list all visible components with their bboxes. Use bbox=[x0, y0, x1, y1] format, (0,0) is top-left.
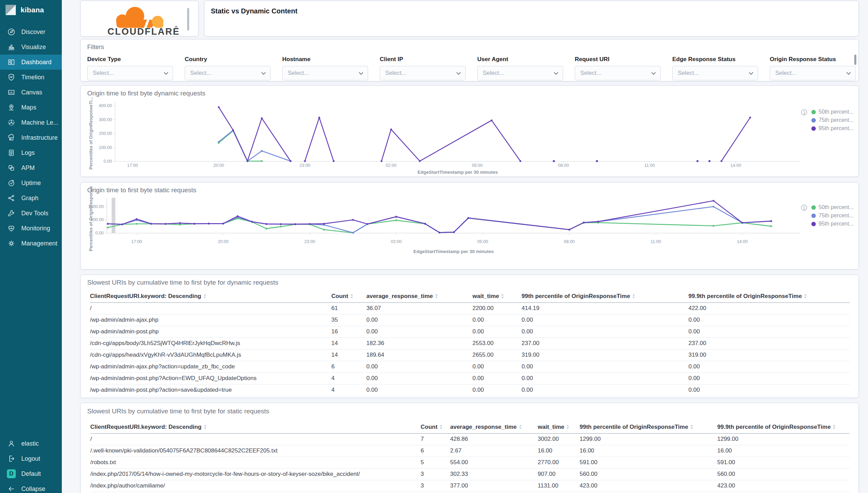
column-header-average-response-time[interactable]: average_response_time bbox=[450, 421, 538, 433]
column-header-99th-percentile-of-originresponsetime[interactable]: 99th percentile of OriginResponseTime bbox=[522, 290, 688, 302]
sidebar-item-label: Management bbox=[21, 240, 57, 247]
sidebar-item-monitoring[interactable]: Monitoring bbox=[0, 221, 62, 236]
sidebar-item-label: Discover bbox=[21, 28, 45, 36]
table-row: /cdn-cgi/apps/body/3Lh52SjWTQ4HRlErJykHq… bbox=[90, 337, 850, 349]
uri-cell: / bbox=[90, 302, 331, 314]
table-title-dynamic: Slowest URIs by cumulative time to first… bbox=[87, 279, 278, 286]
sidebar-item-canvas[interactable]: Canvas bbox=[0, 85, 62, 100]
sidebar-item-timelion[interactable]: Timelion bbox=[0, 70, 62, 85]
value-cell: 14 bbox=[331, 337, 366, 349]
sidebar-item-label: Timelion bbox=[21, 74, 44, 81]
sidebar-item-label: Graph bbox=[21, 195, 38, 202]
value-cell: 0.00 bbox=[688, 384, 850, 396]
sidebar-item-maps[interactable]: Maps bbox=[0, 100, 62, 115]
wrench-icon bbox=[7, 209, 16, 218]
chart-dynamic: 0.00100.00200.00300.00400.0017:0020:0023… bbox=[81, 86, 858, 177]
column-header-99th-percentile-of-originresponsetime[interactable]: 99th percentile of OriginResponseTime bbox=[580, 421, 717, 433]
sidebar-item-dev-tools[interactable]: Dev Tools bbox=[0, 206, 62, 221]
value-cell: 3 bbox=[421, 480, 450, 492]
sidebar-item-graph[interactable]: Graph bbox=[0, 191, 62, 206]
column-header-wait-time[interactable]: wait_time bbox=[538, 421, 580, 433]
filter-select-edge-response-status[interactable]: Select... bbox=[672, 66, 758, 80]
sidebar-item-label: APM bbox=[21, 164, 35, 172]
sidebar-item-logout[interactable]: Logout bbox=[0, 451, 62, 466]
svg-text:17:00: 17:00 bbox=[131, 239, 142, 244]
column-header-count[interactable]: Count bbox=[331, 290, 366, 302]
user-icon bbox=[7, 439, 16, 448]
filter-edge-response-status: Edge Response StatusSelect... bbox=[672, 56, 758, 80]
filter-label: Hostname bbox=[282, 56, 368, 63]
svg-text:14:00: 14:00 bbox=[737, 239, 747, 244]
filter-select-request-uri[interactable]: Select... bbox=[575, 66, 661, 80]
uri-cell: /cdn-cgi/apps/head/xVgyKhR-vV3dAUGhMqfBc… bbox=[90, 349, 331, 361]
value-cell: 16.00 bbox=[538, 445, 580, 457]
sidebar-item-infrastructure[interactable]: Infrastructure bbox=[0, 130, 62, 145]
column-header-clientrequesturi-keyword-descending[interactable]: ClientRequestURI.keyword: Descending bbox=[90, 290, 331, 302]
y-axis-title: Percentiles of OriginResponse bbox=[88, 186, 93, 251]
badge-d-icon: D bbox=[7, 469, 16, 478]
column-header-label: ClientRequestURI.keyword: Descending bbox=[90, 293, 201, 299]
chart-panel-static: Origin time to first byte static request… bbox=[80, 182, 859, 270]
sidebar-item-discover[interactable]: Discover bbox=[0, 24, 62, 39]
uri-cell: /wp-admin/admin-post.php?action=save&upd… bbox=[90, 384, 331, 396]
column-header-average-response-time[interactable]: average_response_time bbox=[366, 290, 472, 302]
table-row: /wp-admin/admin-ajax.php350.000.000.000.… bbox=[90, 314, 850, 326]
legend-item-75th-percent[interactable]: 75th percent... bbox=[811, 116, 854, 124]
sidebar-item-uptime[interactable]: Uptime bbox=[0, 175, 62, 191]
logo-panel-scrollbar[interactable] bbox=[187, 8, 189, 31]
sidebar-item-apm[interactable]: APM bbox=[0, 160, 62, 175]
kibana-logo[interactable]: kibana bbox=[5, 4, 44, 16]
legend-toggle-icon[interactable]: ❯ bbox=[801, 205, 807, 211]
value-cell: 554.00 bbox=[450, 457, 538, 468]
value-cell: 36.07 bbox=[366, 302, 472, 314]
legend-item-50th-percent[interactable]: 50th percent... bbox=[811, 108, 854, 116]
legend-item-75th-percent[interactable]: 75th percent... bbox=[811, 211, 854, 220]
filter-hostname: HostnameSelect... bbox=[282, 56, 368, 80]
value-cell: 61 bbox=[331, 302, 366, 314]
column-header-label: 99.9th percentile of OriginResponseTime bbox=[717, 424, 831, 430]
filter-select-origin-response-status[interactable]: Select... bbox=[770, 66, 856, 80]
filter-select-device-type[interactable]: Select... bbox=[87, 66, 173, 80]
chart-svg: 0.00100.00200.00300.00400.0017:0020:0023… bbox=[81, 86, 858, 176]
filter-select-user-agent[interactable]: Select... bbox=[477, 66, 563, 80]
column-header-label: 99th percentile of OriginResponseTime bbox=[580, 424, 688, 430]
uri-cell: /.well-known/pki-validation/054075F6A27B… bbox=[90, 445, 421, 457]
value-cell: 4 bbox=[331, 372, 366, 384]
value-cell: 0.00 bbox=[522, 361, 688, 372]
svg-text:20:00: 20:00 bbox=[213, 163, 224, 168]
uri-cell: /wp-admin/admin-post.php?page=custom&pos… bbox=[90, 396, 331, 398]
column-header-count[interactable]: Count bbox=[421, 421, 450, 433]
filter-label: Country bbox=[185, 56, 271, 63]
sidebar-item-default[interactable]: DDefault bbox=[0, 466, 62, 481]
sidebar-item-management[interactable]: Management bbox=[0, 236, 62, 251]
column-header-99-9th-percentile-of-originresponsetime[interactable]: 99.9th percentile of OriginResponseTime bbox=[688, 290, 850, 302]
cloudflare-logo-panel: CLOUDFLARE ® bbox=[80, 1, 198, 36]
sidebar-item-visualize[interactable]: Visualize bbox=[0, 39, 62, 55]
legend-item-50th-percent[interactable]: 50th percent... bbox=[811, 203, 854, 211]
legend-item-95th-percent[interactable]: 95th percent... bbox=[811, 220, 854, 228]
filter-select-client-ip[interactable]: Select... bbox=[380, 66, 466, 80]
table-row: /cdn-cgi/apps/head/xVgyKhR-vV3dAUGhMqfBc… bbox=[90, 349, 850, 361]
sidebar-item-collapse[interactable]: Collapse bbox=[0, 481, 62, 493]
series-point bbox=[708, 160, 710, 162]
legend-item-95th-percent[interactable]: 95th percent... bbox=[811, 124, 854, 133]
filter-select-hostname[interactable]: Select... bbox=[282, 66, 368, 80]
value-cell: 0.00 bbox=[688, 396, 850, 398]
sidebar-item-dashboard[interactable]: Dashboard bbox=[0, 55, 62, 70]
column-header-wait-time[interactable]: wait_time bbox=[472, 290, 522, 302]
filters-panel-scrollbar[interactable] bbox=[854, 55, 856, 65]
select-placeholder: Select... bbox=[483, 70, 504, 77]
column-header-clientrequesturi-keyword-descending[interactable]: ClientRequestURI.keyword: Descending bbox=[90, 421, 421, 433]
value-cell: 591.00 bbox=[580, 457, 717, 468]
table-row: /wp-admin/admin-ajax.php?action=update_z… bbox=[90, 361, 850, 372]
value-cell: 6 bbox=[331, 361, 366, 372]
filter-select-country[interactable]: Select... bbox=[185, 66, 271, 80]
sidebar-item-elastic[interactable]: elastic bbox=[0, 436, 62, 451]
legend-toggle-icon[interactable]: ❯ bbox=[801, 109, 807, 115]
filters-title: Filters bbox=[87, 44, 104, 51]
value-cell: 423.00 bbox=[717, 480, 849, 492]
sidebar-item-machine-le[interactable]: Machine Le... bbox=[0, 115, 62, 130]
sidebar-item-logs[interactable]: Logs bbox=[0, 145, 62, 160]
kibana-logo-text: kibana bbox=[21, 6, 44, 14]
column-header-99-9th-percentile-of-originresponsetime[interactable]: 99.9th percentile of OriginResponseTime bbox=[717, 421, 849, 433]
